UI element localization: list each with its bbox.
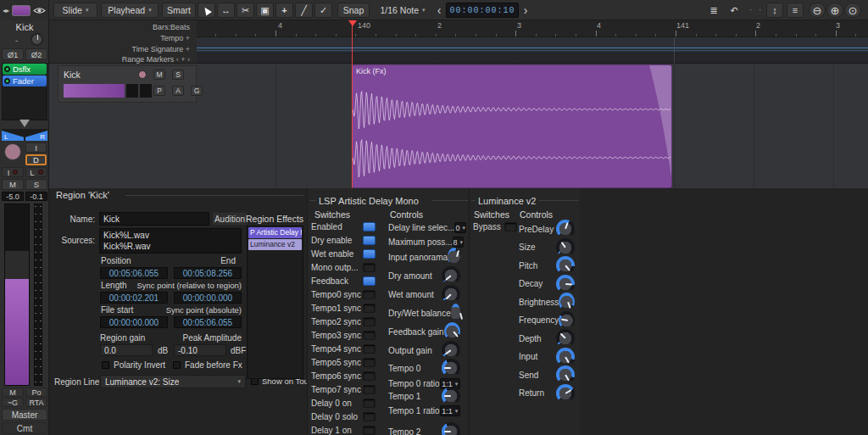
toggle-switch[interactable] — [363, 426, 376, 435]
track-canvas[interactable]: Kick M S P A G Kick (Fx) — [49, 64, 868, 188]
track-mute-button[interactable]: M — [153, 70, 165, 80]
edit-internal-mode-button[interactable]: ✓ — [314, 3, 332, 18]
track-height-button[interactable]: ≡ — [787, 3, 804, 18]
audition-button[interactable]: Audition — [212, 212, 248, 226]
mute-button[interactable]: M — [2, 179, 24, 190]
range-marker-buttons[interactable]: ‹ + › — [176, 55, 190, 64]
knob[interactable] — [442, 387, 460, 405]
grab-mode-button[interactable] — [198, 3, 215, 18]
ruler-row-time-signature[interactable]: Time Signature + — [132, 45, 190, 53]
polarity-invert-checkbox[interactable] — [102, 361, 109, 369]
add-meter-button[interactable]: + — [186, 45, 190, 53]
toggle-switch[interactable] — [363, 222, 376, 231]
toggle-switch[interactable] — [363, 399, 376, 408]
solo-button[interactable]: S — [25, 179, 47, 190]
meter-point-m-button[interactable]: M — [2, 388, 24, 397]
knob[interactable] — [448, 248, 460, 266]
knob[interactable] — [442, 359, 460, 377]
shrink-tracks-button[interactable]: ≣ — [705, 3, 722, 18]
zoom-fit-button[interactable]: ⊙ — [844, 3, 861, 18]
edit-mode-dropdown[interactable]: Slide ▾ — [53, 3, 97, 18]
length-clock[interactable]: 00:00:02.201 — [100, 292, 168, 304]
meter-point-po-button[interactable]: Po — [25, 388, 47, 397]
zoom-in-button[interactable]: ⊕ — [826, 3, 843, 18]
ruler-row-tempo[interactable]: Tempo + — [160, 34, 190, 42]
monitor-disk-button[interactable]: D — [25, 154, 47, 165]
range-mode-button[interactable]: ↔ — [217, 3, 235, 18]
audio-region[interactable]: Kick (Fx) — [352, 64, 672, 188]
record-enable-button[interactable] — [4, 143, 21, 160]
smart-mode-button[interactable]: Smart — [162, 3, 196, 18]
gain-display[interactable]: -5.0 — [2, 192, 24, 201]
fade-before-fx-checkbox[interactable] — [173, 361, 181, 369]
visibility-eye-icon[interactable] — [33, 6, 46, 15]
toggle-switch[interactable] — [504, 222, 517, 231]
knob[interactable] — [444, 322, 460, 341]
track-color-swatch[interactable] — [12, 5, 31, 16]
toggle-switch[interactable] — [363, 236, 376, 245]
tempo-ruler[interactable] — [197, 37, 868, 53]
toggle-switch[interactable] — [363, 412, 376, 421]
sync-rel-clock[interactable]: 00:00:00.000 — [174, 292, 242, 304]
timefx-mode-button[interactable]: + — [275, 3, 293, 18]
toggle-switch[interactable] — [363, 290, 376, 299]
knob[interactable] — [442, 422, 460, 435]
region-name-input[interactable]: Kick — [99, 212, 209, 226]
processor-led[interactable] — [4, 66, 10, 72]
toggle-switch[interactable] — [363, 249, 376, 259]
toggle-switch[interactable] — [363, 371, 376, 381]
region-gain-input[interactable]: 0.0 — [100, 344, 153, 356]
comments-button[interactable]: Cmt — [2, 422, 47, 434]
knob[interactable] — [556, 238, 575, 257]
end-clock[interactable]: 00:05:08.256 — [174, 267, 242, 279]
group-button[interactable]: G — [191, 86, 203, 96]
knob[interactable] — [556, 275, 575, 293]
processor-led[interactable] — [4, 78, 10, 84]
knob[interactable] — [442, 266, 460, 285]
knob[interactable] — [556, 348, 575, 366]
knob[interactable] — [556, 384, 575, 403]
knob[interactable] — [442, 285, 460, 304]
knob[interactable] — [559, 293, 575, 311]
edit-point-dropdown[interactable]: Playhead ▾ — [101, 3, 159, 18]
vertical-zoom-button[interactable]: ↕ — [766, 3, 783, 18]
mini-select[interactable]: 8 ▾ — [453, 237, 465, 248]
playlist-button[interactable]: P — [153, 86, 165, 96]
file-start-clock[interactable]: 00:00:00.000 — [100, 316, 168, 328]
knob[interactable] — [556, 365, 575, 384]
region-line-dropdown[interactable]: Luminance v2: Size ▾ — [100, 375, 246, 388]
knob[interactable] — [451, 304, 460, 322]
mini-select[interactable]: 0 ▾ — [454, 222, 466, 233]
add-tempo-button[interactable]: + — [186, 34, 190, 42]
mini-select[interactable]: 1:1 ▾ — [440, 405, 460, 416]
region-effect-item[interactable]: P Artistic Delay Mo — [248, 227, 302, 238]
cut-mode-button[interactable]: ✂ — [236, 3, 254, 18]
lock-led-button[interactable]: L — [25, 167, 47, 177]
fader-handle-icon[interactable] — [19, 120, 30, 127]
pan-right[interactable]: R — [25, 129, 47, 141]
processor-dsflx[interactable]: Dsflx — [3, 64, 47, 75]
shrink-strip-icon[interactable]: ◂▸ — [3, 7, 9, 14]
pan-left[interactable]: L — [2, 129, 24, 141]
record-arm-button[interactable] — [138, 70, 147, 79]
position-clock[interactable]: 00:05:06.055 — [100, 267, 168, 279]
object-mode-button[interactable]: ▣ — [256, 3, 274, 18]
knob[interactable] — [556, 220, 575, 238]
nudge-backward-button[interactable]: ‹ — [434, 2, 444, 19]
nudge-forward-button[interactable]: › — [520, 2, 531, 19]
snap-button[interactable]: Snap — [337, 3, 370, 18]
ruler-row-range-markers[interactable]: Range Markers ‹ + › — [122, 55, 190, 64]
undo-visual-button[interactable]: ↶ — [726, 3, 743, 18]
panner[interactable]: L R — [2, 129, 47, 141]
trim-knob[interactable] — [31, 33, 43, 46]
knob[interactable] — [556, 329, 575, 348]
sync-abs-clock[interactable]: 00:05:06.055 — [174, 316, 242, 328]
toggle-switch[interactable] — [363, 344, 376, 354]
toggle-switch[interactable] — [363, 385, 376, 394]
phase1-button[interactable]: Ø1 — [2, 48, 24, 60]
secondary-clock[interactable]: 00:00:00:10 — [446, 3, 519, 18]
toggle-switch[interactable] — [363, 276, 376, 286]
knob[interactable] — [559, 311, 575, 330]
toggle-switch[interactable] — [363, 317, 376, 326]
ruler-row-bars-beats[interactable]: Bars:Beats — [153, 23, 190, 31]
